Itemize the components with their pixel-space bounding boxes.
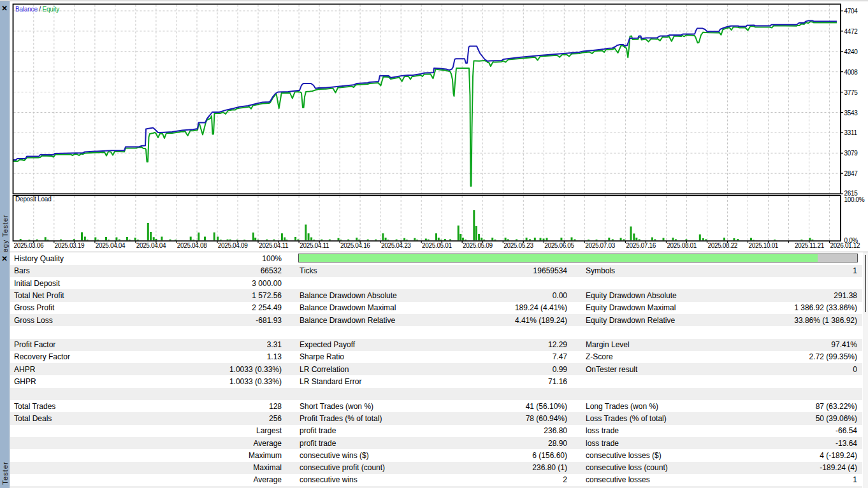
svg-text:2025.05.23: 2025.05.23 <box>503 242 533 249</box>
svg-text:2026.01.12: 2026.01.12 <box>830 242 860 249</box>
svg-text:2025.05.09: 2025.05.09 <box>463 242 493 249</box>
svg-text:2025.04.04: 2025.04.04 <box>96 242 126 249</box>
svg-text:2025.08.22: 2025.08.22 <box>708 242 738 249</box>
svg-text:4704: 4704 <box>844 8 858 15</box>
svg-text:3543: 3543 <box>844 110 858 117</box>
svg-text:2847: 2847 <box>844 170 858 177</box>
svg-text:Deposit Load: Deposit Load <box>15 196 52 203</box>
svg-text:3079: 3079 <box>844 150 858 157</box>
svg-text:2025.04.23: 2025.04.23 <box>381 242 411 249</box>
svg-text:2025.10.01: 2025.10.01 <box>749 242 779 249</box>
svg-text:2025.04.04: 2025.04.04 <box>136 242 166 249</box>
svg-text:2025.07.16: 2025.07.16 <box>626 242 656 249</box>
svg-text:4008: 4008 <box>844 69 858 76</box>
svg-text:2025.11.21: 2025.11.21 <box>795 242 825 249</box>
svg-text:2025.04.11: 2025.04.11 <box>300 242 329 249</box>
svg-text:2025.04.11: 2025.04.11 <box>259 242 289 249</box>
svg-text:Balance / Equity: Balance / Equity <box>15 6 59 13</box>
svg-text:4472: 4472 <box>844 28 858 35</box>
svg-text:2025.04.08: 2025.04.08 <box>177 242 207 249</box>
svg-text:2025.04.16: 2025.04.16 <box>340 242 370 249</box>
svg-text:2025.08.01: 2025.08.01 <box>667 242 697 249</box>
svg-text:2025.07.03: 2025.07.03 <box>585 242 615 249</box>
svg-text:3775: 3775 <box>844 89 858 96</box>
svg-text:100.0%: 100.0% <box>844 196 865 203</box>
svg-text:2025.03.19: 2025.03.19 <box>55 242 85 249</box>
svg-text:2025.05.01: 2025.05.01 <box>422 242 452 249</box>
svg-text:2025.06.05: 2025.06.05 <box>544 242 574 249</box>
svg-text:2025.03.06: 2025.03.06 <box>14 242 44 249</box>
svg-text:3311: 3311 <box>844 129 858 136</box>
svg-text:2025.04.09: 2025.04.09 <box>218 242 248 249</box>
svg-text:4240: 4240 <box>844 48 858 55</box>
